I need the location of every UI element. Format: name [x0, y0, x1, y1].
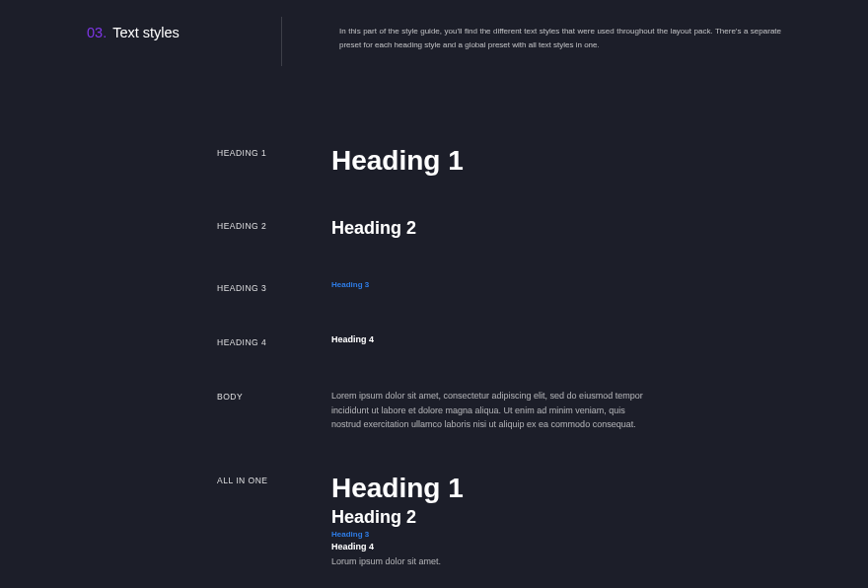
- heading-3-sample: Heading 3: [331, 530, 781, 539]
- style-label: HEADING 2: [217, 218, 331, 239]
- header-section: 03. Text styles In this part of the styl…: [0, 0, 868, 66]
- heading-3-sample: Heading 3: [331, 280, 781, 289]
- style-label: HEADING 3: [217, 280, 331, 293]
- style-sample: Heading 1 Heading 2 Heading 3 Heading 4 …: [331, 473, 781, 568]
- style-row-heading-3: HEADING 3 Heading 3: [217, 280, 781, 293]
- style-row-all-in-one: ALL IN ONE Heading 1 Heading 2 Heading 3…: [217, 473, 781, 568]
- style-row-body: BODY Lorem ipsum dolor sit amet, consect…: [217, 389, 781, 431]
- style-sample: Lorem ipsum dolor sit amet, consectetur …: [331, 389, 781, 431]
- heading-2-sample: Heading 2: [331, 218, 781, 239]
- heading-1-sample: Heading 1: [331, 145, 781, 177]
- body-text-sample: Lorum ipsum dolor sit amet.: [331, 554, 657, 568]
- heading-2-sample: Heading 2: [331, 507, 781, 528]
- heading-4-sample: Heading 4: [331, 542, 781, 551]
- style-label: HEADING 4: [217, 334, 331, 347]
- style-label: ALL IN ONE: [217, 473, 331, 568]
- body-text-sample: Lorem ipsum dolor sit amet, consectetur …: [331, 389, 657, 431]
- style-sample: Heading 3: [331, 280, 781, 293]
- section-number: 03.: [87, 25, 107, 66]
- styles-list: HEADING 1 Heading 1 HEADING 2 Heading 2 …: [0, 66, 868, 568]
- style-sample: Heading 1: [331, 145, 781, 177]
- vertical-divider: [281, 17, 282, 66]
- section-title: Text styles: [112, 25, 180, 66]
- style-label: HEADING 1: [217, 145, 331, 177]
- heading-1-sample: Heading 1: [331, 473, 781, 504]
- section-heading: 03. Text styles: [87, 25, 271, 66]
- style-label: BODY: [217, 389, 331, 431]
- style-sample: Heading 2: [331, 218, 781, 239]
- style-row-heading-4: HEADING 4 Heading 4: [217, 334, 781, 347]
- style-sample: Heading 4: [331, 334, 781, 347]
- style-row-heading-1: HEADING 1 Heading 1: [217, 145, 781, 177]
- style-row-heading-2: HEADING 2 Heading 2: [217, 218, 781, 239]
- section-description: In this part of the style guide, you'll …: [339, 25, 781, 66]
- heading-4-sample: Heading 4: [331, 334, 781, 344]
